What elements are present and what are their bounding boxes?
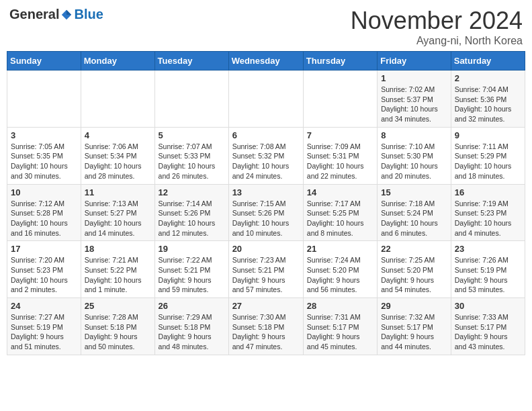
day-number: 22 <box>381 244 447 254</box>
day-info: Sunrise: 7:26 AM Sunset: 5:19 PM Dayligh… <box>455 255 521 295</box>
day-info: Sunrise: 7:04 AM Sunset: 5:36 PM Dayligh… <box>455 85 521 124</box>
day-info: Sunrise: 7:29 AM Sunset: 5:18 PM Dayligh… <box>159 312 225 352</box>
day-info: Sunrise: 7:12 AM Sunset: 5:28 PM Dayligh… <box>11 199 77 238</box>
day-info: Sunrise: 7:07 AM Sunset: 5:33 PM Dayligh… <box>159 142 225 181</box>
day-number: 24 <box>11 301 77 311</box>
day-info: Sunrise: 7:23 AM Sunset: 5:21 PM Dayligh… <box>232 255 300 295</box>
weekday-header-friday: Friday <box>378 52 451 71</box>
calendar-cell: 24Sunrise: 7:27 AM Sunset: 5:19 PM Dayli… <box>7 298 81 355</box>
day-info: Sunrise: 7:13 AM Sunset: 5:27 PM Dayligh… <box>85 199 151 238</box>
calendar-cell <box>154 71 228 128</box>
day-number: 9 <box>455 130 521 140</box>
calendar-cell: 3Sunrise: 7:05 AM Sunset: 5:35 PM Daylig… <box>7 127 81 184</box>
day-number: 21 <box>307 244 373 254</box>
calendar-cell: 19Sunrise: 7:22 AM Sunset: 5:21 PM Dayli… <box>154 241 228 298</box>
calendar-cell <box>303 71 377 128</box>
day-info: Sunrise: 7:22 AM Sunset: 5:21 PM Dayligh… <box>159 255 225 295</box>
calendar-cell: 30Sunrise: 7:33 AM Sunset: 5:17 PM Dayli… <box>451 298 525 355</box>
calendar-cell: 12Sunrise: 7:14 AM Sunset: 5:26 PM Dayli… <box>154 184 228 241</box>
calendar-cell: 18Sunrise: 7:21 AM Sunset: 5:22 PM Dayli… <box>81 241 154 298</box>
calendar-cell: 5Sunrise: 7:07 AM Sunset: 5:33 PM Daylig… <box>154 127 228 184</box>
calendar-cell: 20Sunrise: 7:23 AM Sunset: 5:21 PM Dayli… <box>228 241 303 298</box>
day-info: Sunrise: 7:17 AM Sunset: 5:25 PM Dayligh… <box>307 199 373 238</box>
calendar-cell: 6Sunrise: 7:08 AM Sunset: 5:32 PM Daylig… <box>228 127 303 184</box>
logo-general-text: General <box>9 7 59 22</box>
day-number: 14 <box>307 187 373 197</box>
day-info: Sunrise: 7:24 AM Sunset: 5:20 PM Dayligh… <box>307 255 373 295</box>
calendar-cell <box>7 71 81 128</box>
page-header: General Blue November 2024 Ayang-ni, Nor… <box>7 7 525 47</box>
calendar-cell: 25Sunrise: 7:28 AM Sunset: 5:18 PM Dayli… <box>81 298 154 355</box>
day-number: 5 <box>159 130 225 140</box>
calendar-cell: 13Sunrise: 7:15 AM Sunset: 5:26 PM Dayli… <box>228 184 303 241</box>
day-info: Sunrise: 7:15 AM Sunset: 5:26 PM Dayligh… <box>232 199 300 238</box>
day-number: 28 <box>307 301 373 311</box>
calendar-cell: 28Sunrise: 7:31 AM Sunset: 5:17 PM Dayli… <box>303 298 377 355</box>
day-number: 8 <box>381 130 447 140</box>
day-number: 23 <box>455 244 521 254</box>
calendar-week-4: 17Sunrise: 7:20 AM Sunset: 5:23 PM Dayli… <box>7 241 525 298</box>
logo-icon <box>60 9 73 21</box>
day-number: 6 <box>232 130 300 140</box>
calendar-cell <box>228 71 303 128</box>
day-number: 12 <box>159 187 225 197</box>
calendar-cell: 4Sunrise: 7:06 AM Sunset: 5:34 PM Daylig… <box>81 127 154 184</box>
calendar-cell: 17Sunrise: 7:20 AM Sunset: 5:23 PM Dayli… <box>7 241 81 298</box>
day-info: Sunrise: 7:21 AM Sunset: 5:22 PM Dayligh… <box>85 255 151 295</box>
day-number: 30 <box>455 301 521 311</box>
day-number: 15 <box>381 187 447 197</box>
calendar-cell: 16Sunrise: 7:19 AM Sunset: 5:23 PM Dayli… <box>451 184 525 241</box>
weekday-header-sunday: Sunday <box>7 52 81 71</box>
weekday-header-row: SundayMondayTuesdayWednesdayThursdayFrid… <box>7 52 525 71</box>
day-number: 29 <box>381 301 447 311</box>
logo: General Blue <box>9 7 103 22</box>
day-number: 1 <box>381 73 447 83</box>
day-info: Sunrise: 7:10 AM Sunset: 5:30 PM Dayligh… <box>381 142 447 181</box>
day-info: Sunrise: 7:32 AM Sunset: 5:17 PM Dayligh… <box>381 312 447 352</box>
day-number: 10 <box>11 187 77 197</box>
day-number: 2 <box>455 73 521 83</box>
day-number: 7 <box>307 130 373 140</box>
day-info: Sunrise: 7:30 AM Sunset: 5:18 PM Dayligh… <box>232 312 300 352</box>
calendar-cell: 22Sunrise: 7:25 AM Sunset: 5:20 PM Dayli… <box>378 241 451 298</box>
weekday-header-thursday: Thursday <box>303 52 377 71</box>
day-number: 27 <box>232 301 300 311</box>
day-number: 13 <box>232 187 300 197</box>
weekday-header-wednesday: Wednesday <box>228 52 303 71</box>
day-info: Sunrise: 7:19 AM Sunset: 5:23 PM Dayligh… <box>455 199 521 238</box>
day-number: 4 <box>85 130 151 140</box>
day-number: 26 <box>159 301 225 311</box>
day-info: Sunrise: 7:05 AM Sunset: 5:35 PM Dayligh… <box>11 142 77 181</box>
day-info: Sunrise: 7:06 AM Sunset: 5:34 PM Dayligh… <box>85 142 151 181</box>
day-info: Sunrise: 7:02 AM Sunset: 5:37 PM Dayligh… <box>381 85 447 124</box>
weekday-header-tuesday: Tuesday <box>154 52 228 71</box>
svg-marker-1 <box>66 9 71 14</box>
day-info: Sunrise: 7:11 AM Sunset: 5:29 PM Dayligh… <box>455 142 521 181</box>
day-info: Sunrise: 7:28 AM Sunset: 5:18 PM Dayligh… <box>85 312 151 352</box>
day-info: Sunrise: 7:31 AM Sunset: 5:17 PM Dayligh… <box>307 312 373 352</box>
calendar-cell: 10Sunrise: 7:12 AM Sunset: 5:28 PM Dayli… <box>7 184 81 241</box>
day-number: 18 <box>85 244 151 254</box>
calendar-week-5: 24Sunrise: 7:27 AM Sunset: 5:19 PM Dayli… <box>7 298 525 355</box>
calendar-cell: 11Sunrise: 7:13 AM Sunset: 5:27 PM Dayli… <box>81 184 154 241</box>
calendar-table: SundayMondayTuesdayWednesdayThursdayFrid… <box>7 51 525 355</box>
day-number: 25 <box>85 301 151 311</box>
day-info: Sunrise: 7:25 AM Sunset: 5:20 PM Dayligh… <box>381 255 447 295</box>
day-number: 16 <box>455 187 521 197</box>
day-number: 3 <box>11 130 77 140</box>
calendar-cell: 1Sunrise: 7:02 AM Sunset: 5:37 PM Daylig… <box>378 71 451 128</box>
day-info: Sunrise: 7:09 AM Sunset: 5:31 PM Dayligh… <box>307 142 373 181</box>
calendar-cell: 9Sunrise: 7:11 AM Sunset: 5:29 PM Daylig… <box>451 127 525 184</box>
day-number: 17 <box>11 244 77 254</box>
calendar-cell: 7Sunrise: 7:09 AM Sunset: 5:31 PM Daylig… <box>303 127 377 184</box>
calendar-cell: 23Sunrise: 7:26 AM Sunset: 5:19 PM Dayli… <box>451 241 525 298</box>
calendar-cell: 21Sunrise: 7:24 AM Sunset: 5:20 PM Dayli… <box>303 241 377 298</box>
calendar-cell: 26Sunrise: 7:29 AM Sunset: 5:18 PM Dayli… <box>154 298 228 355</box>
calendar-cell: 14Sunrise: 7:17 AM Sunset: 5:25 PM Dayli… <box>303 184 377 241</box>
calendar-cell: 27Sunrise: 7:30 AM Sunset: 5:18 PM Dayli… <box>228 298 303 355</box>
day-info: Sunrise: 7:20 AM Sunset: 5:23 PM Dayligh… <box>11 255 77 295</box>
logo-blue-text: Blue <box>74 7 103 22</box>
day-info: Sunrise: 7:18 AM Sunset: 5:24 PM Dayligh… <box>381 199 447 238</box>
calendar-cell: 15Sunrise: 7:18 AM Sunset: 5:24 PM Dayli… <box>378 184 451 241</box>
day-number: 11 <box>85 187 151 197</box>
